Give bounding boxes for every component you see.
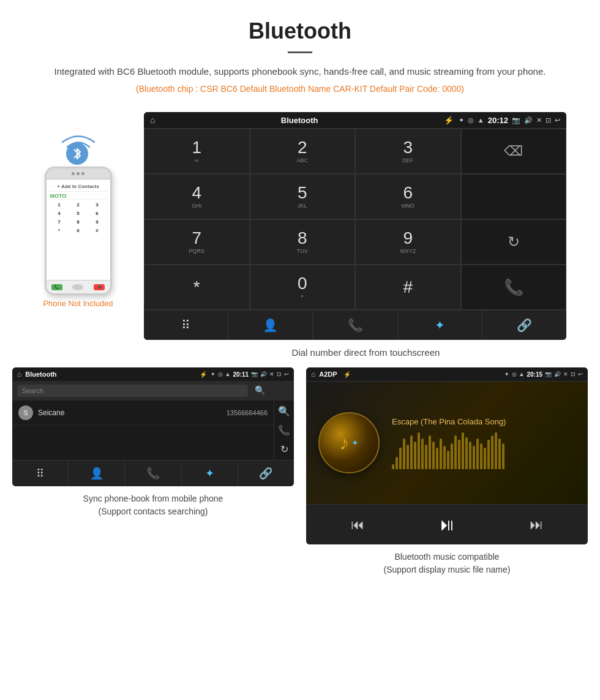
music-info: Escape (The Pina Colada Song) [392, 417, 576, 469]
toolbar-dialpad[interactable]: ⠿ [144, 310, 228, 340]
key-main-5: 5 [298, 184, 307, 201]
music-sig-icon: ▲ [519, 371, 525, 377]
pb-toolbar: ⠿ 👤 📞 ✦ 🔗 [12, 460, 294, 486]
phone-key-6: 6 [88, 209, 107, 217]
toolbar-bluetooth[interactable]: ✦ [398, 310, 482, 340]
eq-bar [421, 438, 424, 469]
key-7[interactable]: 7 PQRS [144, 219, 250, 265]
key-4[interactable]: 4 GHI [144, 174, 250, 219]
key-sub-5: JKL [298, 203, 307, 209]
pb-toolbar-phone[interactable]: 📞 [125, 461, 181, 486]
pb-bt-toolbar-icon: ✦ [205, 467, 214, 480]
next-track-button[interactable]: ⏭ [527, 514, 546, 535]
toolbar-link[interactable]: 🔗 [482, 310, 566, 340]
key-main-8: 8 [298, 230, 307, 247]
backspace-cell[interactable]: ⌫ [461, 129, 567, 174]
page-title: Bluetooth [37, 18, 563, 44]
key-main-9: 9 [403, 230, 413, 247]
pb-side-phone-icon[interactable]: 📞 [278, 424, 290, 436]
eq-bar [443, 446, 446, 469]
phone-key-5: 5 [69, 209, 88, 217]
eq-bar [410, 435, 413, 469]
key-3[interactable]: 3 DEF [355, 129, 461, 174]
toolbar-contacts[interactable]: 👤 [228, 310, 313, 340]
key-sub-4: GHI [192, 203, 201, 209]
key-main-2: 2 [298, 139, 307, 156]
bluetooth-specs: (Bluetooth chip : CSR BC6 Default Blueto… [37, 84, 563, 94]
toolbar-call[interactable]: 📞 [313, 310, 397, 340]
play-pause-button[interactable]: ⏯ [436, 512, 458, 537]
window-status-icon: ⊡ [546, 116, 551, 124]
key-5[interactable]: 5 JKL [250, 174, 356, 219]
eq-bar [399, 448, 402, 469]
pb-side-search-icon[interactable]: 🔍 [278, 405, 290, 417]
key-sub-8: TUV [297, 248, 308, 254]
contact-number: 13566664466 [227, 409, 268, 416]
bluetooth-toolbar-icon: ✦ [435, 318, 445, 333]
dial-caption: Dial number direct from touchscreen [144, 340, 588, 365]
bt-signal-area [60, 130, 97, 164]
music-title: A2DP [319, 371, 337, 378]
eq-bar [447, 451, 449, 469]
eq-bar [429, 435, 431, 469]
key-8[interactable]: 8 TUV [250, 219, 356, 265]
keypad-area: 1 ∞ 2 ABC 3 DEF ⌫ 4 GHI [144, 129, 566, 310]
pb-toolbar-bt[interactable]: ✦ [182, 461, 238, 486]
pb-x-icon: ✕ [269, 371, 274, 377]
redial-cell[interactable]: ↻ [461, 219, 567, 265]
call-green-cell[interactable]: 📞 [461, 265, 567, 310]
middle-section: + Add to Contacts MOTO 1 2 3 4 5 6 7 8 9… [0, 106, 600, 365]
pb-contact-row: S Seicane 13566664466 [12, 401, 274, 426]
contacts-icon: 👤 [263, 318, 278, 333]
dial-toolbar: ⠿ 👤 📞 ✦ 🔗 [144, 310, 566, 340]
music-bt-status-icon: ✦ [504, 371, 509, 377]
phone-end-button: 📵 [94, 284, 105, 290]
eq-bar [432, 442, 435, 469]
pb-search-bar: Search 🔍 [12, 381, 294, 401]
pb-title: Bluetooth [25, 371, 56, 378]
key-6[interactable]: 6 MNO [355, 174, 461, 219]
eq-bar [451, 443, 453, 469]
pb-toolbar-grid[interactable]: ⠿ [12, 461, 69, 486]
music-win-icon: ⊡ [571, 371, 576, 377]
eq-bar [502, 443, 504, 469]
pb-person-icon: 👤 [90, 467, 103, 480]
key-hash[interactable]: # [355, 265, 461, 310]
music-album-art: ♪ ✦ [318, 412, 380, 473]
eq-bar [469, 442, 471, 469]
redial-icon: ↻ [508, 233, 520, 250]
signal-status-icon: ▲ [478, 116, 484, 124]
key-star[interactable]: * [144, 265, 250, 310]
close-status-icon: ✕ [536, 116, 542, 124]
camera-status-icon: 📷 [512, 116, 520, 124]
key-2[interactable]: 2 ABC [250, 129, 356, 174]
key-9[interactable]: 9 WXYZ [355, 219, 461, 265]
music-note-icon: ♪ [339, 432, 349, 454]
prev-track-button[interactable]: ⏮ [348, 514, 367, 535]
key-1[interactable]: 1 ∞ [144, 129, 250, 174]
pb-search-field[interactable]: Search [17, 385, 248, 397]
phone-dot [77, 172, 80, 175]
eq-bar [418, 432, 420, 469]
phone-screen-row: MOTO [49, 192, 108, 200]
key-main-7: 7 [192, 230, 201, 247]
bottom-row: ⌂ Bluetooth ⚡ ✦ ◎ ▲ 20:11 📷 🔊 ✕ ⊡ ↩ [0, 367, 600, 579]
phone-key-star: * [50, 227, 69, 235]
key-0[interactable]: 0 + [250, 265, 356, 310]
status-right: ✦ ◎ ▲ 20:12 📷 🔊 ✕ ⊡ ↩ [459, 116, 560, 125]
music-cam-icon: 📷 [545, 371, 552, 377]
pb-back-icon: ↩ [284, 371, 289, 377]
eq-bar [491, 435, 493, 469]
pb-grid-icon: ⠿ [36, 467, 44, 480]
eq-visualization [392, 432, 576, 469]
eq-bar [403, 438, 405, 469]
key-sub-7: PQRS [189, 248, 204, 254]
music-bt-badge-icon: ✦ [351, 438, 359, 448]
pb-toolbar-person[interactable]: 👤 [69, 461, 125, 486]
music-home-icon: ⌂ [311, 370, 315, 378]
dialpad-icon: ⠿ [181, 318, 190, 333]
pb-side-refresh-icon[interactable]: ↻ [280, 443, 288, 455]
pb-win-icon: ⊡ [277, 371, 282, 377]
pb-toolbar-link[interactable]: 🔗 [238, 461, 294, 486]
pb-loc-icon: ◎ [218, 371, 223, 377]
